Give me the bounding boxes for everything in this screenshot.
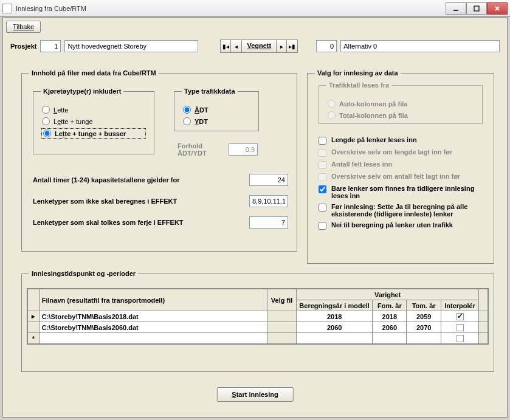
minimize-button[interactable] bbox=[446, 2, 466, 15]
traffic-type-group: Type trafikkdata ÅDT YDT bbox=[174, 88, 259, 131]
traffic-source-group: Trafikktall leses fra Auto-kolonnen på f… bbox=[319, 81, 483, 124]
project-row: Prosjekt ▮◂ ◂ Vegnett ▸ ▸▮ bbox=[10, 40, 500, 53]
nav-last-icon[interactable]: ▸▮ bbox=[287, 40, 298, 53]
project-id-input[interactable] bbox=[40, 40, 61, 52]
vehicle-opt-lette[interactable]: Lette bbox=[42, 106, 145, 114]
titlebar: Innlesing fra Cube/RTM bbox=[0, 0, 510, 17]
nav-buttons: ▮◂ ◂ Vegnett ▸ ▸▮ bbox=[220, 40, 298, 53]
chk-no-calc-notraffic[interactable]: Nei til beregning på lenker uten trafikk bbox=[319, 221, 486, 230]
chk-set-yes-calc[interactable]: Før innlesing: Sette Ja til beregning på… bbox=[319, 203, 486, 218]
hours-label: Antall timer (1-24) kapasitetstallene gj… bbox=[33, 176, 179, 184]
traffic-source-legend: Trafikktall leses fra bbox=[326, 81, 391, 89]
source-opt-total: Total-kolonnen på fila bbox=[328, 111, 474, 119]
interpolate-checkbox[interactable] bbox=[441, 311, 479, 322]
periods-legend: Innlesingstidspunkt og -perioder bbox=[29, 270, 138, 277]
svg-rect-0 bbox=[453, 10, 458, 11]
vehicle-opt-lette-tunge-busser[interactable]: Lette + tunge + busser bbox=[42, 129, 145, 138]
vehicle-type-group: Kjøretøytype(r) inkludert Lette Lette + … bbox=[33, 88, 154, 154]
traffic-type-legend: Type trafikkdata bbox=[182, 88, 238, 95]
back-button[interactable]: Tilbake bbox=[6, 21, 41, 33]
maximize-button[interactable] bbox=[466, 2, 487, 15]
exclude-types-input[interactable] bbox=[249, 195, 288, 207]
file-content-group: Innhold på filer med data fra Cube/RTM K… bbox=[21, 69, 297, 252]
col-to-year: Tom. år bbox=[407, 300, 441, 311]
select-file-button[interactable] bbox=[267, 311, 297, 322]
nav-label: Vegnett bbox=[242, 40, 276, 53]
vehicle-type-legend: Kjøretøytype(r) inkludert bbox=[41, 88, 123, 95]
traffic-opt-ydt[interactable]: YDT bbox=[183, 117, 250, 125]
read-options-legend: Valg for innlesing av data bbox=[315, 69, 401, 77]
ferry-types-label: Lenketyper som skal tolkes som ferje i E… bbox=[33, 219, 184, 226]
vehicle-opt-lette-tunge[interactable]: Lette + tunge bbox=[42, 117, 145, 125]
table-row[interactable]: C:\Storeby\TNM\Basis2060.dat 2060 2060 2… bbox=[28, 322, 488, 333]
hours-input[interactable] bbox=[249, 174, 288, 186]
periods-grid[interactable]: Filnavn (resultatfil fra transportmodell… bbox=[27, 288, 489, 345]
chk-existing-only[interactable]: Bare lenker som finnes fra tidligere inn… bbox=[319, 185, 486, 199]
col-select-file: Velg fil bbox=[267, 289, 297, 311]
file-content-legend: Innhold på filer med data fra Cube/RTM bbox=[29, 69, 159, 77]
col-calc-year: Beregningsår i modell bbox=[297, 300, 373, 311]
table-row-new[interactable]: * bbox=[28, 333, 488, 344]
start-read-button[interactable]: Start innlesing bbox=[216, 387, 293, 402]
project-label: Prosjekt bbox=[10, 43, 36, 50]
close-button[interactable] bbox=[487, 2, 508, 15]
col-duration: Varighet bbox=[297, 289, 479, 300]
project-name-input[interactable] bbox=[64, 40, 198, 52]
exclude-types-label: Lenketyper som ikke skal beregnes i EFFE… bbox=[33, 198, 177, 205]
interpolate-checkbox[interactable] bbox=[441, 333, 479, 344]
col-filename: Filnavn (resultatfil fra transportmodell… bbox=[39, 289, 267, 311]
svg-rect-1 bbox=[474, 6, 479, 11]
table-row[interactable]: ▸ C:\Storeby\TNM\Basis2018.dat 2018 2018… bbox=[28, 311, 488, 322]
ratio-label: ForholdÅDT/YDT bbox=[177, 142, 207, 157]
nav-next-icon[interactable]: ▸ bbox=[276, 40, 287, 53]
traffic-opt-adt[interactable]: ÅDT bbox=[183, 106, 250, 114]
select-file-button[interactable] bbox=[267, 322, 297, 333]
client-area: Tilbake Prosjekt ▮◂ ◂ Vegnett ▸ ▸▮ Innho… bbox=[2, 17, 508, 418]
chk-overwrite-lanes: Overskrive selv om antall felt lagt inn … bbox=[319, 173, 486, 181]
source-opt-auto: Auto-kolonnen på fila bbox=[328, 100, 474, 108]
alt-name-input[interactable] bbox=[340, 40, 500, 52]
nav-first-icon[interactable]: ▮◂ bbox=[220, 40, 231, 53]
alt-id-input[interactable] bbox=[316, 40, 337, 52]
chk-read-length[interactable]: Lengde på lenker leses inn bbox=[319, 136, 486, 145]
nav-prev-icon[interactable]: ◂ bbox=[231, 40, 242, 53]
periods-group: Innlesingstidspunkt og -perioder Filnavn… bbox=[21, 270, 494, 372]
read-options-group: Valg for innlesing av data Trafikktall l… bbox=[307, 69, 494, 264]
col-interpolate: Interpolér bbox=[441, 300, 479, 311]
new-row-icon: * bbox=[28, 333, 40, 344]
row-indicator-icon: ▸ bbox=[28, 311, 40, 322]
chk-overwrite-length: Overskrive selv om lengde lagt inn før bbox=[319, 148, 486, 157]
window-title: Innlesing fra Cube/RTM bbox=[16, 5, 446, 12]
app-icon bbox=[2, 4, 12, 13]
interpolate-checkbox[interactable] bbox=[441, 322, 479, 333]
chk-read-lanes: Antall felt leses inn bbox=[319, 160, 486, 169]
ratio-input bbox=[229, 143, 258, 156]
ferry-types-input[interactable] bbox=[249, 216, 288, 229]
col-from-year: Fom. år bbox=[373, 300, 407, 311]
